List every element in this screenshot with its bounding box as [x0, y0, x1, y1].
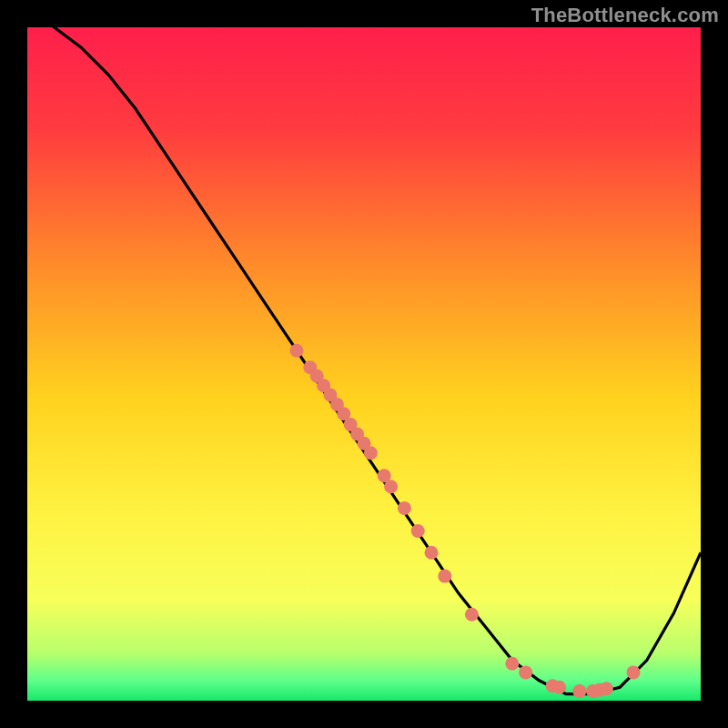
- data-point: [505, 657, 519, 671]
- data-point: [364, 446, 378, 460]
- bottleneck-chart: [27, 27, 701, 701]
- watermark-text: TheBottleneck.com: [531, 4, 719, 27]
- plot-frame: [27, 27, 701, 701]
- data-point: [465, 608, 479, 622]
- data-point: [552, 681, 566, 694]
- data-point: [627, 665, 641, 679]
- data-point: [290, 344, 304, 358]
- gradient-area: [27, 27, 701, 701]
- data-point: [411, 524, 425, 538]
- data-point: [438, 570, 451, 583]
- data-point: [519, 665, 532, 679]
- data-point: [425, 546, 439, 560]
- data-point: [600, 682, 613, 695]
- data-point: [398, 501, 411, 515]
- data-point: [384, 480, 398, 493]
- data-point: [572, 684, 586, 698]
